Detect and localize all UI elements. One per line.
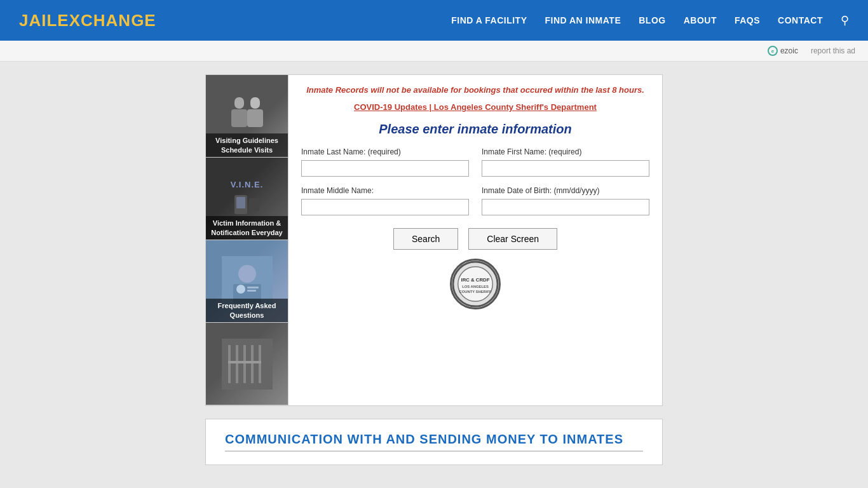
bottom-section: COMMUNICATION WITH AND SENDING MONEY TO … xyxy=(205,419,663,465)
svg-rect-6 xyxy=(249,198,259,211)
report-ad-link[interactable]: report this ad xyxy=(811,46,855,55)
svg-rect-17 xyxy=(251,345,254,383)
svg-rect-0 xyxy=(234,97,244,109)
svg-rect-11 xyxy=(247,287,259,288)
form-buttons: Search Clear Screen xyxy=(301,228,649,250)
svg-rect-15 xyxy=(236,345,238,383)
nav-blog[interactable]: BLOG xyxy=(639,15,665,25)
svg-text:IRC & CRDF: IRC & CRDF xyxy=(461,277,490,283)
vine-caption: Victim Information &Notification Everyda… xyxy=(206,216,288,240)
svg-rect-16 xyxy=(243,345,246,383)
svg-point-8 xyxy=(238,265,256,283)
middle-name-label: Inmate Middle Name: xyxy=(301,186,469,196)
main-card: Visiting GuidelinesSchedule Visits V.I.N… xyxy=(205,74,663,406)
logo-exchange: EXCHANGE xyxy=(57,11,156,30)
svg-rect-5 xyxy=(236,197,245,208)
faq-caption: Frequently Asked Questions xyxy=(206,299,288,322)
first-name-input[interactable] xyxy=(482,160,649,177)
nav-find-inmate[interactable]: FIND AN INMATE xyxy=(545,15,621,25)
svg-point-10 xyxy=(236,285,245,294)
visiting-caption: Visiting GuidelinesSchedule Visits xyxy=(206,133,288,157)
sidebar-item-faq[interactable]: Frequently Asked Questions xyxy=(206,240,288,323)
department-seal: IRC & CRDF LOS ANGELES COUNTY SHERIFF xyxy=(450,259,501,309)
page-wrapper: Visiting GuidelinesSchedule Visits V.I.N… xyxy=(0,62,868,478)
svg-rect-12 xyxy=(247,290,256,292)
bottom-image xyxy=(206,323,288,405)
logo-jail: JAIL xyxy=(19,11,57,30)
nav-faqs[interactable]: FAQs xyxy=(735,15,760,25)
site-header: JAILEXCHANGE FIND A FACILITY FIND AN INM… xyxy=(0,0,868,41)
dob-input[interactable] xyxy=(482,199,649,215)
svg-rect-18 xyxy=(259,345,261,383)
form-title: Please enter inmate information xyxy=(301,122,649,137)
last-name-input[interactable] xyxy=(301,160,469,177)
svg-rect-19 xyxy=(228,361,261,363)
last-name-group: Inmate Last Name: (required) xyxy=(301,147,469,177)
svg-text:COUNTY SHERIFF: COUNTY SHERIFF xyxy=(459,289,491,293)
middle-name-input[interactable] xyxy=(301,199,469,215)
search-icon-button[interactable]: ⚲ xyxy=(841,13,849,27)
main-nav: FIND A FACILITY FIND AN INMATE BLOG ABOU… xyxy=(451,13,849,27)
nav-find-facility[interactable]: FIND A FACILITY xyxy=(451,15,527,25)
svg-text:LOS ANGELES: LOS ANGELES xyxy=(462,285,489,288)
clear-screen-button[interactable]: Clear Screen xyxy=(468,228,557,250)
dob-label: Inmate Date of Birth: (mm/dd/yyyy) xyxy=(482,186,649,196)
first-name-group: Inmate First Name: (required) xyxy=(482,147,649,177)
seal-area: IRC & CRDF LOS ANGELES COUNTY SHERIFF xyxy=(301,259,649,309)
ad-bar: e ezoic report this ad xyxy=(0,41,868,62)
svg-rect-2 xyxy=(250,97,260,109)
card-content: Inmate Records will not be available for… xyxy=(288,75,662,405)
ezoic-badge: e ezoic xyxy=(768,46,798,56)
site-logo[interactable]: JAILEXCHANGE xyxy=(19,11,156,30)
svg-rect-14 xyxy=(228,345,231,383)
ezoic-label: ezoic xyxy=(780,46,798,55)
ezoic-icon: e xyxy=(768,46,778,56)
nav-about[interactable]: ABOUT xyxy=(684,15,717,25)
card-sidebar: Visiting GuidelinesSchedule Visits V.I.N… xyxy=(206,75,288,405)
bottom-section-title: COMMUNICATION WITH AND SENDING MONEY TO … xyxy=(225,432,643,452)
notice-text: Inmate Records will not be available for… xyxy=(301,85,649,96)
middle-name-group: Inmate Middle Name: xyxy=(301,186,469,215)
nav-contact[interactable]: CONTACT xyxy=(778,15,823,25)
covid-link[interactable]: COVID-19 Updates | Los Angeles County Sh… xyxy=(301,102,649,112)
inmate-form-grid: Inmate Last Name: (required) Inmate Firs… xyxy=(301,147,649,215)
svg-rect-1 xyxy=(231,109,247,127)
dob-group: Inmate Date of Birth: (mm/dd/yyyy) xyxy=(482,186,649,215)
sidebar-item-visiting[interactable]: Visiting GuidelinesSchedule Visits xyxy=(206,75,288,158)
svg-rect-3 xyxy=(247,109,263,127)
first-name-label: Inmate First Name: (required) xyxy=(482,147,649,158)
search-button[interactable]: Search xyxy=(393,228,458,250)
last-name-label: Inmate Last Name: (required) xyxy=(301,147,469,158)
sidebar-item-bottom[interactable] xyxy=(206,323,288,405)
sidebar-item-vine[interactable]: V.I.N.E. Victim Information &Notificatio… xyxy=(206,158,288,240)
